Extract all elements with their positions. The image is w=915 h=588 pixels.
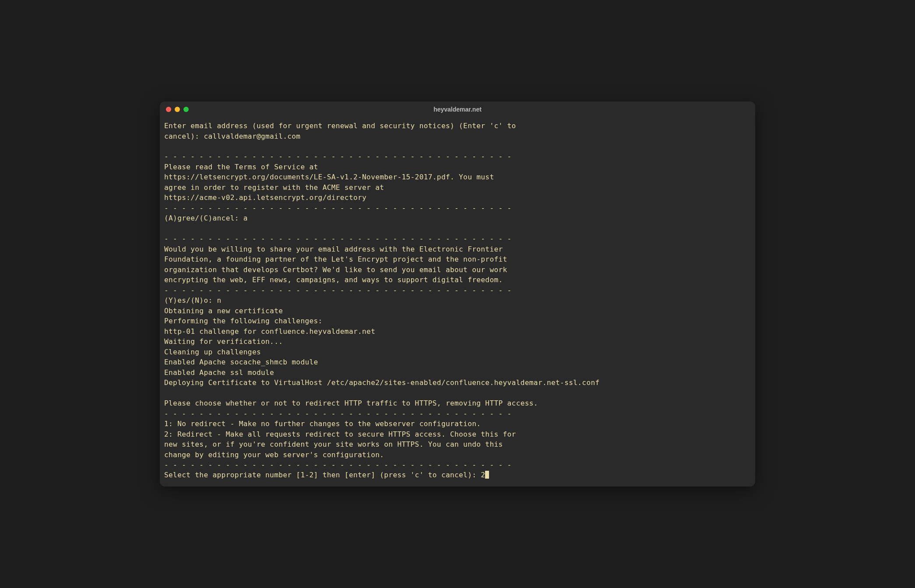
terminal-body[interactable]: Enter email address (used for urgent ren… (160, 117, 755, 486)
cursor (485, 471, 489, 479)
titlebar: heyvaldemar.net (160, 102, 755, 117)
terminal-output: Enter email address (used for urgent ren… (164, 121, 751, 470)
window-title: heyvaldemar.net (433, 106, 482, 113)
close-button[interactable] (166, 107, 171, 112)
minimize-button[interactable] (175, 107, 180, 112)
terminal-window: heyvaldemar.net Enter email address (use… (160, 102, 755, 486)
terminal-prompt: Select the appropriate number [1-2] then… (164, 470, 485, 480)
zoom-button[interactable] (183, 107, 189, 112)
traffic-lights (166, 107, 189, 112)
